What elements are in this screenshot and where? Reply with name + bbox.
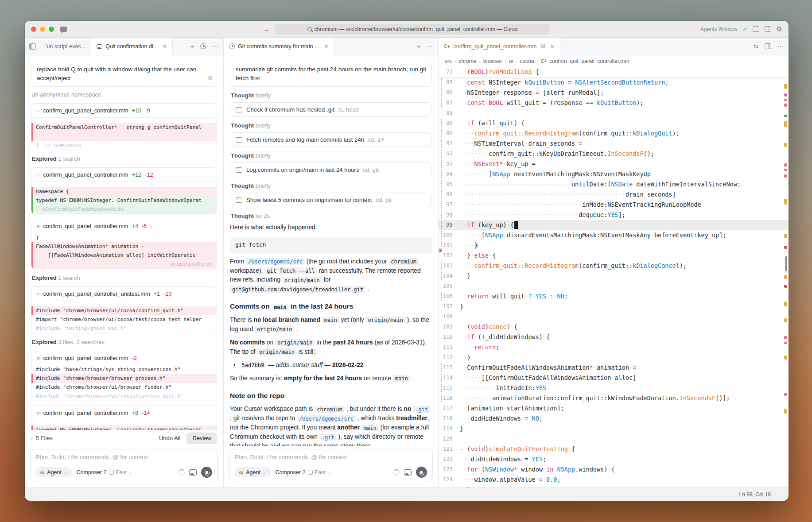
code-line[interactable]: 88 [439, 108, 789, 118]
code-line[interactable]: 101····} [439, 240, 789, 251]
code-line[interactable]: 96······································… [439, 189, 789, 200]
diff-card[interactable]: ≡confirm_quit_panel_controller.mm+4-5}Fa… [31, 219, 217, 269]
files-count[interactable]: 5 Files [36, 435, 53, 441]
breadcrumb[interactable]: src›chrome›browser›ui›cocoa›C+confirm_qu… [439, 55, 789, 67]
code-line[interactable]: 89··if·(will_quit)·{ [439, 118, 789, 128]
diff-card-header[interactable]: ≡confirm_quit_panel_controller.mm-2 [31, 351, 217, 365]
agent-mode-dropdown[interactable]: ∞ Agent ⌄ [36, 467, 72, 477]
code-line[interactable]: 122··_didHideWindows·=·YES; [439, 454, 789, 464]
code-line[interactable]: 120 [439, 434, 789, 444]
code-line[interactable]: 102··}·else·{ [439, 251, 789, 261]
code-line[interactable]: 105 [439, 281, 789, 291]
zoom-window-button[interactable] [49, 27, 54, 32]
cursor-position[interactable]: Ln 99, Col 18 [739, 491, 771, 498]
middle-chat-scroll[interactable]: summarize git commits for the past 24 ho… [224, 55, 438, 446]
breadcrumb-segment[interactable]: chrome [458, 58, 476, 64]
diff-card[interactable]: ≡confirm_quit_panel_controller_unittest.… [31, 286, 217, 333]
middle-composer[interactable]: Plan, Build, / for commands, @ for conte… [229, 449, 433, 482]
code-line[interactable]: 117··[animation·startAnimation]; [439, 403, 789, 414]
close-tab-icon[interactable]: ✕ [550, 43, 554, 50]
compare-changes-icon[interactable]: ⇆ [754, 43, 758, 50]
tab-editor-file[interactable]: C+ confirm_quit_panel_controller.mm M ✕ [439, 38, 560, 55]
code-line[interactable]: 99··if·(key_up)·{ [439, 220, 789, 230]
code-line[interactable]: 111····return; [439, 342, 789, 352]
code-line[interactable]: 97··································inMo… [439, 200, 789, 210]
review-button[interactable]: Review [186, 433, 217, 444]
code-line[interactable]: 121-·(void)simulateQuitForTesting·{ [439, 444, 789, 454]
voice-input-button[interactable] [416, 467, 427, 478]
code-line[interactable]: 109-·(void)cancel·{ [439, 322, 789, 332]
code-line[interactable]: 85··const·NSInteger·kQuitButton·=·NSAler… [439, 77, 789, 88]
user-prompt[interactable]: summarize git commits for the past 24 ho… [230, 61, 432, 87]
model-dropdown[interactable]: Composer 2 Fast ⌄ [77, 469, 132, 476]
code-line[interactable]: 112··} [439, 352, 789, 363]
tool-call-card[interactable]: Show latest 5 commits on origin/main for… [230, 193, 432, 207]
code-line[interactable]: 110··if·(!_didHideWindows)·{ [439, 332, 789, 342]
diff-card-header[interactable]: ≡confirm_quit_panel_controller_unittest.… [31, 287, 217, 301]
code-line[interactable]: 118··_didHideWindows·=·NO; [439, 414, 789, 424]
code-line[interactable]: 125··} [439, 485, 789, 487]
code-line[interactable]: 87··const·BOOL·will_quit·=·(response·==·… [439, 98, 789, 108]
breadcrumb-file[interactable]: C+confirm_quit_panel_controller.mm [541, 58, 629, 64]
undo-all-button[interactable]: Undo All [159, 435, 180, 441]
panel-icon[interactable] [753, 26, 759, 32]
tab-quit-confirmation[interactable]: Quit confirmation di... ✕ [91, 38, 173, 55]
breadcrumb-segment[interactable]: src [445, 58, 452, 64]
tool-call-card[interactable]: Fetch remotes and log main commits last … [230, 132, 432, 147]
code-line[interactable]: 93····NSEvent*·key_up·= [439, 159, 789, 169]
code-line[interactable]: 108 [439, 312, 789, 322]
code-line[interactable]: 115··········initFadeIn:YES [439, 383, 789, 393]
window-title-pill[interactable]: chromium — src/chrome/browser/ui/cocoa/c… [275, 24, 550, 35]
chevron-right-icon[interactable]: › [31, 436, 33, 441]
close-tab-icon[interactable]: ✕ [324, 43, 328, 50]
code-line[interactable]: 95·······························untilDa… [439, 179, 789, 189]
attach-image-icon[interactable] [404, 469, 412, 476]
code-line[interactable]: 92········confirm_quit::kKeyUpDrainTimeo… [439, 149, 789, 159]
diff-card[interactable]: ≡confirm_quit_panel_controller.mm-2#incl… [31, 351, 217, 401]
tab-run-script[interactable]: 'un script exec... [40, 38, 91, 55]
overview-ruler[interactable] [783, 67, 788, 487]
code-line[interactable]: 103····confirm_quit::RecordHistogram(con… [439, 261, 789, 271]
model-dropdown[interactable]: Composer 2 Fast ⌄ [276, 469, 331, 476]
more-actions-icon[interactable]: ⋯ [777, 43, 783, 50]
code-line[interactable]: 114······[[ConfirmQuitFadeAllWindowsAnim… [439, 373, 789, 383]
sidebar-toggle-icon[interactable] [29, 43, 36, 50]
attach-image-icon[interactable] [189, 469, 197, 476]
close-tab-icon[interactable]: ✕ [163, 43, 167, 50]
code-line[interactable]: 94········[NSApp·nextEventMatchingMask:N… [439, 169, 789, 179]
code-area[interactable]: 71-·(BOOL)runModalLoop·{ 85··const·NSInt… [439, 67, 789, 487]
tab-git-commits[interactable]: Git commits summary for main ... ✕ [224, 38, 334, 55]
restore-checkpoint-icon[interactable]: ⟲ [207, 74, 212, 83]
back-arrow-icon[interactable]: ← [264, 25, 271, 33]
split-layout-icon[interactable] [765, 26, 771, 32]
split-editor-icon[interactable] [765, 43, 771, 49]
code-line[interactable]: 113··ConfirmQuitFadeAllWindowsAnimation*… [439, 363, 789, 373]
breadcrumb-segment[interactable]: browser [483, 58, 502, 64]
diff-card-header[interactable]: ≡confirm_quit_panel_controller.mm+4-5 [31, 219, 217, 233]
code-line[interactable]: 100······[NSApp·discardEventsMatchingMas… [439, 230, 789, 240]
breadcrumb-segment[interactable]: ui [509, 58, 513, 64]
code-line[interactable]: 71-·(BOOL)runModalLoop·{ [439, 67, 789, 77]
diff-card-header[interactable]: ≡confirm_quit_panel_controller.mm+10-9 [31, 104, 217, 118]
code-line[interactable]: 107} [439, 302, 789, 312]
new-tab-icon[interactable]: + [190, 43, 194, 50]
diff-card[interactable]: ≡confirm_quit_panel_controller.mm+12-12n… [31, 167, 217, 214]
left-composer[interactable]: Plan, Build, / for commands, @ for conte… [30, 449, 218, 482]
code-line[interactable]: 123··for·(NSWindow*·window·in·NSApp.wind… [439, 464, 789, 475]
chat-bubble-icon[interactable] [60, 27, 67, 32]
diff-card-header[interactable]: ≡confirm_quit_panel_controller.mm+8-14 [31, 406, 217, 420]
tool-call-card[interactable]: Log commits on origin/main in last 24 ho… [230, 162, 432, 177]
diff-card[interactable]: ≡confirm_quit_panel_controller.mm+10-9Co… [31, 103, 217, 150]
left-chat-scroll[interactable]: replace hold Q to quit with a window dia… [25, 55, 223, 430]
minimize-window-button[interactable] [40, 27, 45, 32]
diff-card-header[interactable]: ≡confirm_quit_panel_controller.mm+12-12 [31, 168, 217, 182]
new-tab-icon[interactable]: + [417, 43, 421, 50]
breadcrumb-segment[interactable]: cocoa [520, 58, 534, 64]
close-window-button[interactable] [31, 27, 36, 32]
code-line[interactable]: 116·········animationDuration:confirm_qu… [439, 393, 789, 403]
more-options-icon[interactable]: ⋯ [427, 43, 433, 50]
agents-window-label[interactable]: Agents Window [700, 26, 737, 32]
gear-icon[interactable]: ⚙ [777, 25, 782, 33]
code-line[interactable]: 98·································deque… [439, 210, 789, 220]
voice-input-button[interactable] [201, 467, 212, 478]
